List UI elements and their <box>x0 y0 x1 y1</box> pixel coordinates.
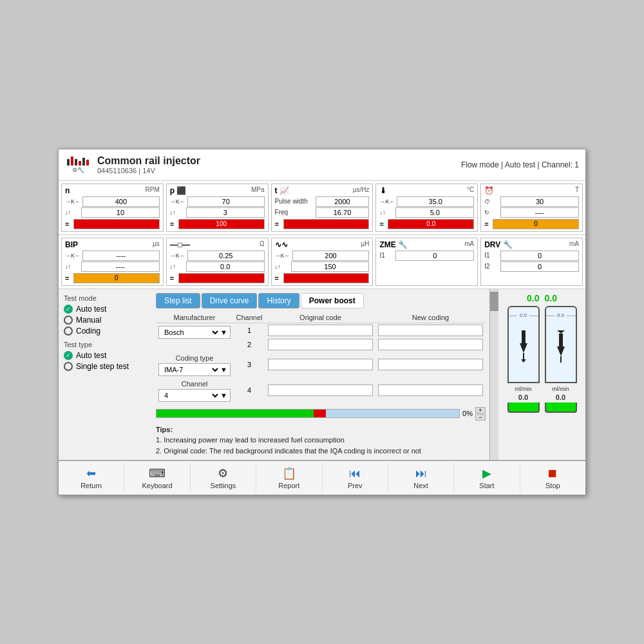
gauge-t-freq-val[interactable]: 16.70 <box>316 207 370 218</box>
cyl1-unit: ml/min <box>515 386 532 392</box>
gauge-zme-i1-label: I1 <box>379 252 393 259</box>
original-code-2[interactable] <box>268 339 373 350</box>
original-code-4[interactable] <box>268 384 373 396</box>
gauge-drv-i1-label: I1 <box>484 252 498 259</box>
progress-pct: 0% <box>462 410 473 417</box>
keyboard-button[interactable]: ⌨ Keyboard <box>124 464 190 492</box>
gauge-bip-val1[interactable]: ---- <box>82 251 160 261</box>
keyboard-icon: ⌨ <box>149 466 166 480</box>
gauge-t-pw-val[interactable]: 2000 <box>316 196 370 207</box>
settings-button[interactable]: ⚙ Settings <box>191 464 256 492</box>
start-icon: ▶ <box>482 466 491 480</box>
progress-minus[interactable]: − <box>475 414 486 421</box>
next-button[interactable]: ⏭ Next <box>388 464 454 492</box>
tab-history[interactable]: History <box>258 293 299 308</box>
cylinder-val-2: 0.0 <box>545 293 557 303</box>
coding-type-select[interactable]: IMA-7 <box>162 365 220 374</box>
cylinders-top-vals: 0.0 0.0 <box>527 293 557 303</box>
cylinder-1-body: ——0.0—— <box>507 306 540 383</box>
tab-power-boost[interactable]: Power boost <box>301 293 364 308</box>
gauge-timer-icon2: ⏱ <box>484 198 498 205</box>
gauge-zme-unit: mA <box>464 240 474 249</box>
gauge-resistance: —□— Ω →K← 0.25 ↓↑ 0.0 = <box>166 238 269 286</box>
stop-button[interactable]: ⏹ Stop <box>520 464 585 492</box>
gauge-drv-i2-val[interactable]: 0 <box>500 261 579 272</box>
return-button[interactable]: ⬅ Return <box>59 464 124 492</box>
gauge-p-val-up[interactable]: 70 <box>187 196 265 207</box>
cylinders-pair: ——0.0—— ml/min 0.0 <box>507 306 577 413</box>
start-button[interactable]: ▶ Start <box>454 464 520 492</box>
gauge-t-bar <box>283 219 370 229</box>
gauge-timer-val1[interactable]: 30 <box>500 196 579 207</box>
test-type-single[interactable]: Single step test <box>64 362 147 371</box>
report-label: Report <box>278 482 299 489</box>
scroll-thumb[interactable] <box>490 292 498 311</box>
gauge-ind-arrow2: ↓↑ <box>275 263 289 270</box>
col-new-coding: New coding <box>375 312 486 323</box>
gauge-timer-val2[interactable]: ---- <box>500 207 579 218</box>
channel-select[interactable]: 4 <box>162 391 220 400</box>
progress-bar <box>156 409 460 418</box>
channel-dropdown[interactable]: 4 ▼ <box>158 389 231 402</box>
scroll-area[interactable] <box>489 289 498 460</box>
gauge-p-val-down[interactable]: 3 <box>186 207 265 218</box>
gauge-temp-val-up[interactable]: 35.0 <box>397 196 474 207</box>
col-manufacturer: Manufacturer <box>156 312 233 323</box>
original-code-3[interactable] <box>268 359 373 370</box>
manufacturer-dropdown[interactable]: Bosch ▼ <box>158 326 231 339</box>
gauge-drv-unit: mA <box>569 240 579 249</box>
new-coding-1[interactable] <box>378 325 483 336</box>
new-coding-3[interactable] <box>378 359 483 370</box>
gauge-p-eq: = <box>170 220 176 228</box>
gauge-drv-i1-val[interactable]: 0 <box>500 251 579 261</box>
gauge-temp-arrow-down: ↓↑ <box>379 209 393 216</box>
gauge-ind-val2[interactable]: 150 <box>291 261 370 272</box>
gauge-n-bar <box>73 219 160 229</box>
channel-4: 4 <box>233 377 265 403</box>
gauge-zme-i1-val[interactable]: 0 <box>395 251 474 261</box>
gauge-n-val-down[interactable]: 10 <box>81 207 160 218</box>
channel-1: 1 <box>233 323 265 337</box>
gauge-drv: DRV 🔧 mA I1 0 I2 0 <box>480 238 583 286</box>
test-mode-coding[interactable]: Coding <box>64 327 147 336</box>
gauge-zme-label: ZME 🔧 <box>379 240 408 249</box>
gauge-res-val1[interactable]: 0.25 <box>187 251 265 261</box>
test-type-auto-check: ✓ <box>64 351 73 360</box>
gauge-res-arrow2: ↓↑ <box>170 263 184 270</box>
gauge-timer-unit: T <box>575 186 579 195</box>
coding-type-label: Coding type <box>158 354 231 362</box>
cyl1-injector <box>515 330 533 365</box>
manual-radio <box>64 316 73 325</box>
test-type-auto[interactable]: ✓ Auto test <box>64 351 147 360</box>
original-code-1[interactable] <box>268 325 373 336</box>
gauge-p-arrow-down: ↓↑ <box>170 209 184 216</box>
gauge-ind-unit: µH <box>361 240 369 249</box>
cyl2-unit: ml/min <box>552 386 569 392</box>
test-mode-manual[interactable]: Manual <box>64 316 147 325</box>
gauge-bip-arrow2: ↓↑ <box>65 263 79 270</box>
app-window: ⚙🔧 Common rail injector 0445110636 | 14V… <box>58 149 586 496</box>
gauge-ind-val1[interactable]: 200 <box>292 251 370 261</box>
progress-plus[interactable]: + <box>475 407 486 413</box>
gauge-n-val-up[interactable]: 400 <box>82 196 160 207</box>
prev-label: Prev <box>348 482 363 489</box>
manufacturer-select[interactable]: Bosch <box>162 328 220 337</box>
prev-button[interactable]: ⏮ Prev <box>323 464 388 492</box>
auto-test-check: ✓ <box>64 305 73 314</box>
gauge-temp-val-down[interactable]: 5.0 <box>395 207 474 218</box>
progress-row: 0% + − <box>156 407 486 421</box>
gauge-t-label: t 📈 <box>275 186 289 195</box>
new-coding-4[interactable] <box>378 384 483 396</box>
svg-marker-3 <box>521 359 526 363</box>
gauge-res-val2[interactable]: 0.0 <box>186 261 265 272</box>
header-title-block: Common rail injector 0445110636 | 14V <box>97 155 461 175</box>
coding-type-dropdown[interactable]: IMA-7 ▼ <box>158 363 231 376</box>
gauge-inductance: ∿∿ µH →K← 200 ↓↑ 150 = <box>271 238 374 286</box>
test-mode-auto[interactable]: ✓ Auto test <box>64 305 147 314</box>
new-coding-2[interactable] <box>378 339 483 350</box>
tab-step-list[interactable]: Step list <box>156 293 200 308</box>
right-panel: 0.0 0.0 ——0.0—— <box>498 289 585 460</box>
report-button[interactable]: 📋 Report <box>256 464 322 492</box>
gauge-bip-val2[interactable]: ---- <box>81 261 160 272</box>
tab-drive-curve[interactable]: Drive curve <box>202 293 258 308</box>
